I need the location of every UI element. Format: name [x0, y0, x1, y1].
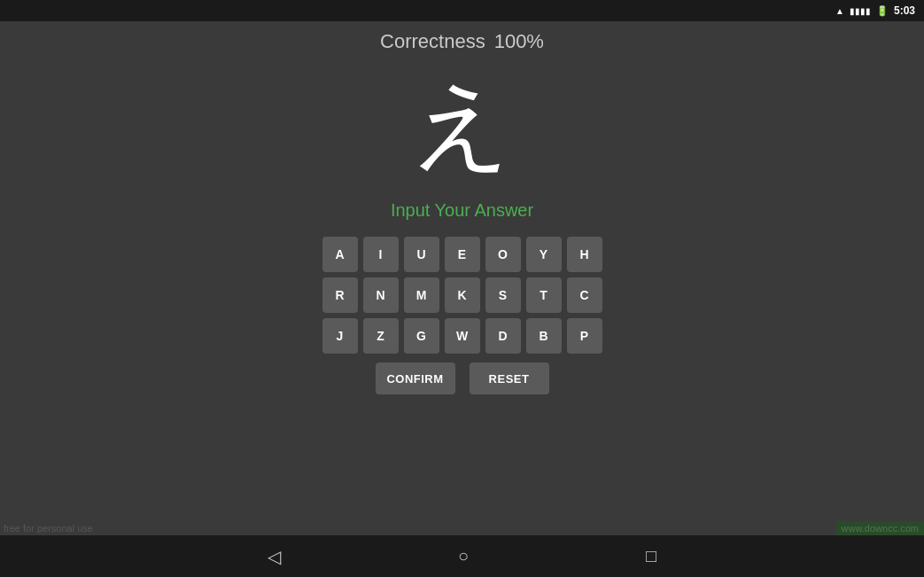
- battery-icon: 🔋: [876, 5, 889, 17]
- key-Z[interactable]: Z: [363, 318, 399, 354]
- key-P[interactable]: P: [567, 318, 602, 354]
- key-Y[interactable]: Y: [526, 237, 562, 272]
- home-button[interactable]: ○: [458, 546, 469, 566]
- correctness-value: 100%: [494, 30, 544, 53]
- key-E[interactable]: E: [445, 237, 480, 272]
- reset-button[interactable]: RESET: [470, 363, 549, 394]
- action-buttons: CONFIRM RESET: [376, 363, 549, 394]
- keyboard: A I U E O Y H R N M K S T C J Z G W D B …: [322, 237, 602, 354]
- key-W[interactable]: W: [445, 318, 480, 354]
- confirm-button[interactable]: CONFIRM: [376, 363, 455, 394]
- key-M[interactable]: M: [404, 277, 439, 313]
- key-N[interactable]: N: [363, 277, 399, 313]
- signal-bars: ▮▮▮▮: [850, 6, 871, 16]
- key-T[interactable]: T: [526, 277, 562, 313]
- wifi-icon: [835, 5, 844, 16]
- key-D[interactable]: D: [485, 318, 521, 354]
- kanji-character: え: [412, 75, 512, 173]
- key-H[interactable]: H: [567, 237, 602, 272]
- key-A[interactable]: A: [322, 237, 358, 272]
- key-J[interactable]: J: [322, 318, 358, 354]
- correctness-row: Correctness 100%: [380, 30, 544, 53]
- status-time: 5:03: [894, 4, 915, 17]
- key-B[interactable]: B: [526, 318, 562, 354]
- key-R[interactable]: R: [322, 277, 358, 313]
- correctness-label: Correctness: [380, 30, 485, 53]
- key-I[interactable]: I: [363, 237, 399, 272]
- keyboard-row-2: R N M K S T C: [322, 277, 602, 313]
- status-bar: ▮▮▮▮ 🔋 5:03: [0, 0, 924, 21]
- main-content: Correctness 100% え Input Your Answer A I…: [0, 21, 924, 535]
- keyboard-row-3: J Z G W D B P: [322, 318, 602, 354]
- key-G[interactable]: G: [404, 318, 439, 354]
- key-C[interactable]: C: [567, 277, 602, 313]
- key-S[interactable]: S: [485, 277, 521, 313]
- nav-bar: ◁ ○ □: [0, 535, 924, 577]
- key-O[interactable]: O: [485, 237, 521, 272]
- key-U[interactable]: U: [404, 237, 439, 272]
- input-prompt: Input Your Answer: [391, 200, 533, 221]
- recent-button[interactable]: □: [646, 546, 656, 566]
- keyboard-row-1: A I U E O Y H: [322, 237, 602, 272]
- watermark-right: www.downcc.com: [836, 521, 924, 535]
- kanji-display: え: [392, 62, 533, 186]
- back-button[interactable]: ◁: [268, 546, 281, 567]
- key-K[interactable]: K: [445, 277, 480, 313]
- watermark-left: free for personal use: [0, 521, 97, 535]
